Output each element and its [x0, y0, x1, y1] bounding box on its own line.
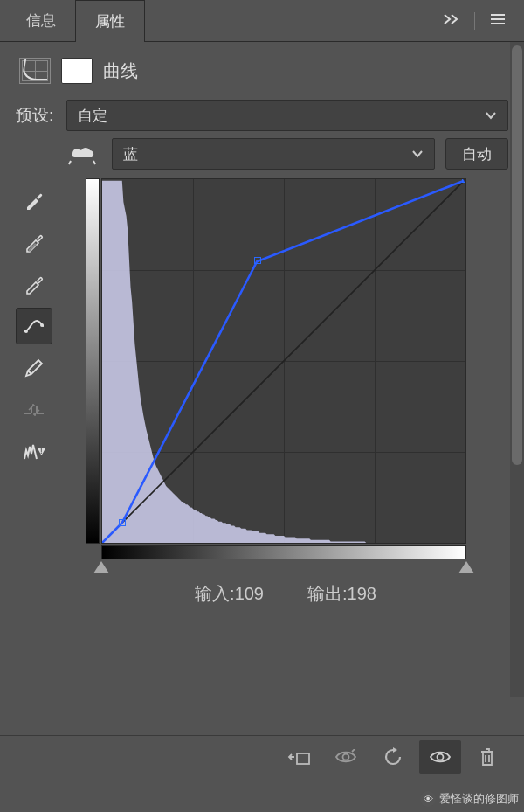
scrollbar-thumb[interactable]	[512, 45, 522, 465]
input-gradient	[101, 545, 466, 559]
output-gradient	[86, 178, 100, 544]
svg-text:!: !	[40, 447, 43, 455]
curve-control-point[interactable]	[119, 519, 126, 526]
white-point-slider[interactable]	[458, 561, 474, 573]
eyedropper-gray-icon[interactable]	[16, 224, 52, 260]
output-readout: 输出:198	[307, 582, 376, 606]
curves-adjustment-icon[interactable]	[19, 58, 51, 84]
channel-select[interactable]: 蓝	[112, 138, 435, 170]
reset-icon[interactable]	[372, 740, 414, 774]
expand-icon[interactable]	[443, 12, 460, 30]
pencil-tool-icon[interactable]	[16, 350, 52, 386]
weibo-icon: 👁	[420, 791, 436, 807]
tab-bar: 信息 属性	[0, 0, 524, 42]
preset-value: 自定	[78, 106, 107, 126]
delete-icon[interactable]	[466, 740, 508, 774]
tab-properties[interactable]: 属性	[75, 0, 145, 42]
chevron-down-icon	[485, 107, 497, 124]
channel-value: 蓝	[123, 144, 138, 164]
curve-control-point[interactable]	[462, 178, 466, 183]
svg-point-5	[343, 753, 349, 760]
target-adjust-icon[interactable]	[63, 138, 101, 170]
histogram	[102, 179, 465, 543]
svg-rect-4	[297, 753, 309, 764]
layer-mask-thumb[interactable]	[61, 58, 93, 84]
curve-control-point[interactable]	[254, 257, 261, 264]
panel-menu-icon[interactable]	[489, 12, 507, 30]
eyedropper-black-icon[interactable]	[16, 182, 52, 219]
histogram-clip-icon[interactable]: !	[16, 434, 52, 470]
eyedropper-white-icon[interactable]	[16, 266, 52, 302]
view-previous-icon[interactable]	[325, 740, 367, 774]
panel-scrollbar[interactable]	[510, 42, 524, 697]
svg-point-6	[438, 753, 444, 760]
clip-to-layer-icon[interactable]	[278, 740, 320, 774]
toggle-visibility-icon[interactable]	[419, 740, 461, 774]
divider	[474, 12, 475, 30]
black-point-slider[interactable]	[93, 561, 109, 573]
svg-point-1	[40, 323, 44, 327]
input-readout: 输入:109	[195, 582, 264, 606]
chevron-down-icon	[411, 145, 424, 163]
curve-point-tool-icon[interactable]	[16, 308, 52, 344]
curves-tool-sidebar: !	[16, 178, 56, 606]
auto-button[interactable]: 自动	[445, 138, 508, 170]
watermark: 👁 爱怪谈的修图师	[420, 791, 519, 807]
smooth-tool-icon[interactable]	[16, 392, 52, 428]
panel-title: 曲线	[103, 59, 138, 83]
preset-label: 预设:	[16, 104, 58, 127]
preset-select[interactable]: 自定	[66, 100, 508, 131]
tab-info[interactable]: 信息	[7, 0, 75, 41]
panel-footer	[0, 735, 524, 777]
svg-point-0	[24, 330, 28, 333]
curve-canvas[interactable]	[101, 178, 466, 544]
curves-graph[interactable]	[101, 178, 508, 544]
